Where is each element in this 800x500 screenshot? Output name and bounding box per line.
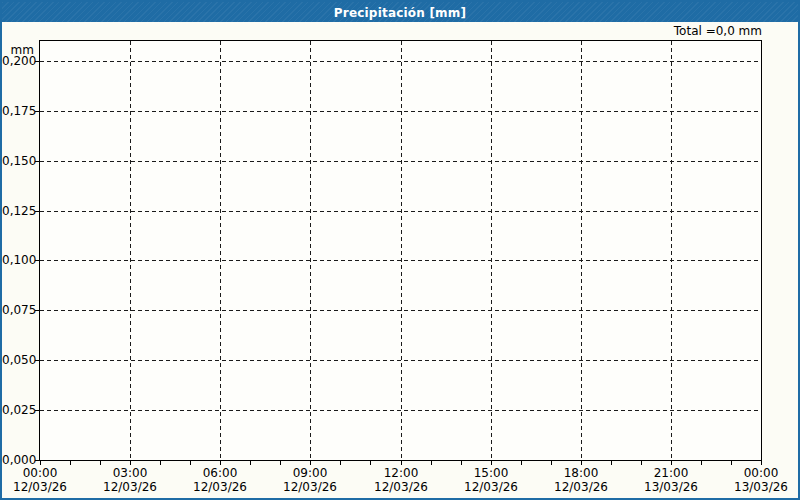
total-annotation: Total =0,0 mm: [674, 24, 762, 38]
x-axis-minor-tick: [671, 461, 672, 465]
x-tick-time-label: 06:00: [175, 466, 265, 480]
y-tick-label: 0,100: [2, 253, 34, 267]
x-tick-time-label: 03:00: [85, 466, 175, 480]
x-axis-minor-tick: [310, 461, 311, 465]
x-axis-minor-tick: [461, 461, 462, 465]
x-axis-minor-tick: [491, 461, 492, 465]
x-axis-minor-tick: [280, 461, 281, 465]
x-axis-minor-tick: [130, 461, 131, 465]
v-gridline: [220, 41, 221, 460]
chart-title-bar: Precipitación [mm]: [2, 2, 798, 22]
x-axis-minor-tick: [731, 461, 732, 465]
y-tick-label: 0,150: [2, 154, 34, 168]
y-tick-label: 0,050: [2, 353, 34, 367]
x-tick-date-label: 12/03/26: [536, 480, 626, 494]
v-gridline: [310, 41, 311, 460]
x-axis-minor-tick: [761, 461, 762, 465]
v-gridline: [581, 41, 582, 460]
x-tick-date-label: 12/03/26: [85, 480, 175, 494]
x-tick-time-label: 18:00: [536, 466, 626, 480]
v-gridline: [130, 41, 131, 460]
x-axis-minor-tick: [521, 461, 522, 465]
x-axis-minor-tick: [190, 461, 191, 465]
x-tick-time-label: 00:00: [0, 466, 85, 480]
y-tick-label: 0,125: [2, 204, 34, 218]
x-axis-minor-tick: [401, 461, 402, 465]
y-tick-label: 0,200: [2, 54, 34, 68]
x-tick-date-label: 12/03/26: [265, 480, 355, 494]
x-axis-minor-tick: [100, 461, 101, 465]
x-axis-minor-tick: [551, 461, 552, 465]
x-tick-date-label: 12/03/26: [446, 480, 536, 494]
x-axis-minor-tick: [40, 461, 41, 465]
y-tick-label: 0,075: [2, 303, 34, 317]
x-tick-time-label: 00:00: [716, 466, 800, 480]
y-tick-label: 0,000: [2, 453, 34, 467]
y-tick-label: 0,175: [2, 104, 34, 118]
y-tick-label: 0,025: [2, 403, 34, 417]
v-gridline: [491, 41, 492, 460]
x-axis-minor-tick: [370, 461, 371, 465]
x-axis-minor-tick: [70, 461, 71, 465]
x-tick-time-label: 21:00: [626, 466, 716, 480]
x-axis-minor-tick: [611, 461, 612, 465]
x-axis-minor-tick: [160, 461, 161, 465]
x-axis-minor-tick: [220, 461, 221, 465]
v-gridline: [671, 41, 672, 460]
x-axis-minor-tick: [431, 461, 432, 465]
x-tick-time-label: 09:00: [265, 466, 355, 480]
x-tick-time-label: 12:00: [356, 466, 446, 480]
x-axis-minor-tick: [641, 461, 642, 465]
x-tick-date-label: 13/03/26: [716, 480, 800, 494]
v-gridline: [401, 41, 402, 460]
chart-window: Precipitación [mm] Total =0,0 mm mm 0,20…: [0, 0, 800, 500]
x-tick-date-label: 12/03/26: [356, 480, 446, 494]
x-tick-time-label: 15:00: [446, 466, 536, 480]
x-axis-minor-tick: [581, 461, 582, 465]
x-tick-date-label: 13/03/26: [626, 480, 716, 494]
chart-title: Precipitación [mm]: [334, 6, 466, 20]
x-axis-minor-tick: [250, 461, 251, 465]
x-axis-minor-tick: [340, 461, 341, 465]
x-tick-date-label: 12/03/26: [175, 480, 265, 494]
x-axis-minor-tick: [701, 461, 702, 465]
x-tick-date-label: 12/03/26: [0, 480, 85, 494]
plot-area: [39, 40, 762, 461]
